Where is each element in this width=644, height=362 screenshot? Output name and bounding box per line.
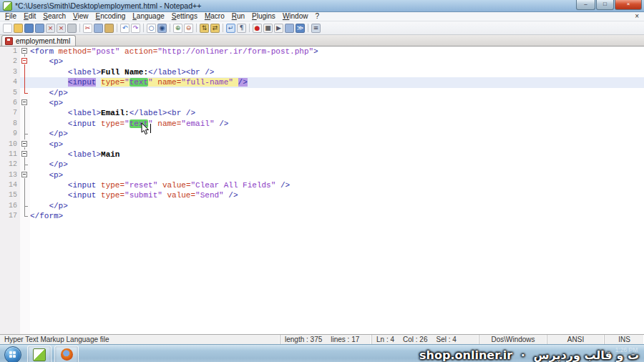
fold-toggle-icon[interactable] xyxy=(20,150,30,160)
zoom-out-icon[interactable]: ⊖ xyxy=(184,24,193,33)
code-text[interactable]: <form method="post" action="http://onlin… xyxy=(30,47,644,57)
line-number[interactable]: 15 xyxy=(0,190,20,200)
menu-macro[interactable]: Macro xyxy=(201,12,228,21)
code-text[interactable]: <input type="reset" value="Clear All Fie… xyxy=(30,180,644,190)
show-all-characters-icon[interactable]: ¶ xyxy=(237,24,246,33)
fold-toggle-icon[interactable] xyxy=(20,140,30,150)
line-number[interactable]: 3 xyxy=(0,67,20,77)
code-text[interactable]: <label>Email:</label><br /> xyxy=(30,108,644,118)
print-icon[interactable] xyxy=(67,24,77,33)
code-line-10[interactable]: 10 <p> xyxy=(0,140,644,150)
line-number[interactable]: 9 xyxy=(0,129,20,139)
fold-toggle-icon[interactable] xyxy=(20,170,30,180)
line-number[interactable]: 14 xyxy=(0,180,20,190)
code-text[interactable]: </p> xyxy=(30,160,644,170)
code-line-17[interactable]: 17</form> xyxy=(0,211,644,221)
line-number[interactable]: 12 xyxy=(0,160,20,170)
menu-plugins[interactable]: Plugins xyxy=(248,12,279,21)
code-line-2[interactable]: 2 <p> xyxy=(0,57,644,67)
new-file-icon[interactable] xyxy=(3,24,12,33)
line-number[interactable]: 13 xyxy=(0,170,20,180)
code-text[interactable]: <p> xyxy=(30,170,644,180)
code-line-4[interactable]: 4 <input type="text" name="full-name" /> xyxy=(0,77,644,87)
code-text[interactable]: <p> xyxy=(30,57,644,67)
fold-toggle-icon[interactable] xyxy=(20,57,30,67)
code-line-11[interactable]: 11 <label>Main xyxy=(0,150,644,160)
fold-toggle-icon[interactable] xyxy=(20,47,30,57)
code-text[interactable]: </form> xyxy=(30,211,644,221)
line-number[interactable]: 6 xyxy=(0,98,20,108)
menu-view[interactable]: View xyxy=(69,12,92,21)
copy-icon[interactable] xyxy=(94,24,103,33)
menu-run[interactable]: Run xyxy=(228,12,248,21)
code-line-15[interactable]: 15 <input type="submit" value="Send" /> xyxy=(0,190,644,200)
menu-settings[interactable]: Settings xyxy=(168,12,201,21)
tab-employment-html[interactable]: employment.html xyxy=(1,35,76,46)
save-file-icon[interactable] xyxy=(24,24,34,33)
find-icon[interactable]: ○ xyxy=(147,24,156,33)
code-line-9[interactable]: 9 </p> xyxy=(0,129,644,139)
code-line-1[interactable]: 1<form method="post" action="http://onli… xyxy=(0,47,644,57)
open-file-icon[interactable] xyxy=(14,24,23,33)
save-all-icon[interactable] xyxy=(35,24,44,33)
line-number[interactable]: 11 xyxy=(0,150,20,160)
record-macro-icon[interactable]: ● xyxy=(253,24,262,33)
code-line-8[interactable]: 8 <input type="text" name="email" /> xyxy=(0,119,644,129)
code-line-6[interactable]: 6 <p> xyxy=(0,98,644,108)
menu-edit[interactable]: Edit xyxy=(20,12,39,21)
start-button[interactable] xyxy=(4,346,21,362)
line-number[interactable]: 7 xyxy=(0,108,20,118)
paste-icon[interactable] xyxy=(104,24,114,33)
line-number[interactable]: 8 xyxy=(0,119,20,129)
code-text[interactable]: <p> xyxy=(30,140,644,150)
undo-icon[interactable]: ↶ xyxy=(120,24,130,33)
redo-icon[interactable]: ↷ xyxy=(131,24,140,33)
code-line-5[interactable]: 5 </p> xyxy=(0,88,644,98)
close-document-icon[interactable]: × xyxy=(633,12,641,21)
menu-encoding[interactable]: Encoding xyxy=(92,12,130,21)
line-number[interactable]: 10 xyxy=(0,140,20,150)
stop-macro-icon[interactable]: ■ xyxy=(263,24,273,33)
taskbar-firefox-button[interactable] xyxy=(54,346,79,362)
line-number[interactable]: 2 xyxy=(0,57,20,67)
line-number[interactable]: 1 xyxy=(0,47,20,57)
code-line-12[interactable]: 12 </p> xyxy=(0,160,644,170)
code-text[interactable]: </p> xyxy=(30,88,644,98)
code-text[interactable]: </p> xyxy=(30,129,644,139)
code-text[interactable]: <label>Main xyxy=(30,150,644,160)
menu-window[interactable]: Window xyxy=(279,12,312,21)
code-text[interactable]: <input type="text" name="full-name" /> xyxy=(30,77,644,87)
menu-language[interactable]: Language xyxy=(129,12,168,21)
close-button[interactable]: × xyxy=(615,0,642,10)
maximize-button[interactable]: □ xyxy=(596,0,614,10)
line-number[interactable]: 4 xyxy=(0,77,20,87)
code-text[interactable]: </p> xyxy=(30,201,644,211)
close-all-icon[interactable]: × xyxy=(57,24,66,33)
code-line-3[interactable]: 3 <label>Full Name:</label><br /> xyxy=(0,67,644,77)
line-number[interactable]: 17 xyxy=(0,211,20,221)
word-wrap-icon[interactable]: ↵ xyxy=(226,24,235,33)
fold-toggle-icon[interactable] xyxy=(20,98,30,108)
code-line-16[interactable]: 16 </p> xyxy=(0,201,644,211)
taskbar-notepad-plus-plus-button[interactable] xyxy=(27,346,52,362)
replace-icon[interactable]: ◉ xyxy=(157,24,167,33)
close-file-icon[interactable]: × xyxy=(46,24,55,33)
run-macro-multiple-icon[interactable]: ≫ xyxy=(296,24,305,33)
menu-search[interactable]: Search xyxy=(39,12,69,21)
line-number[interactable]: 16 xyxy=(0,201,20,211)
code-text[interactable]: <label>Full Name:</label><br /> xyxy=(30,67,644,77)
menu-file[interactable]: File xyxy=(1,12,20,21)
save-macro-icon[interactable] xyxy=(285,24,294,33)
code-line-13[interactable]: 13 <p> xyxy=(0,170,644,180)
cut-icon[interactable]: ✂ xyxy=(83,24,92,33)
zoom-in-icon[interactable]: ⊕ xyxy=(173,24,182,33)
code-text[interactable]: <input type="text" name="email" /> xyxy=(30,119,644,129)
code-text[interactable]: <p> xyxy=(30,98,644,108)
sync-vertical-scroll-icon[interactable]: ⇅ xyxy=(200,24,209,33)
function-list-icon[interactable]: ≡ xyxy=(311,24,321,33)
code-line-7[interactable]: 7 <label>Email:</label><br /> xyxy=(0,108,644,118)
minimize-button[interactable]: – xyxy=(576,0,595,10)
play-macro-icon[interactable]: ▶ xyxy=(274,24,283,33)
sync-horizontal-scroll-icon[interactable]: ⇄ xyxy=(210,24,220,33)
code-line-14[interactable]: 14 <input type="reset" value="Clear All … xyxy=(0,180,644,190)
